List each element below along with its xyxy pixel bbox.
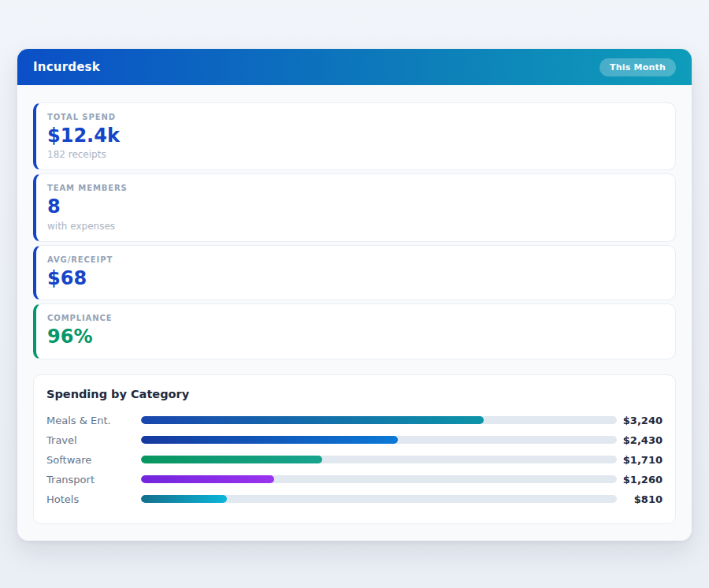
bar-fill-meals — [141, 416, 484, 424]
category-label: Software — [46, 454, 141, 466]
stat-card-compliance: COMPLIANCE 96% — [33, 303, 676, 359]
stat-value: $68 — [47, 268, 663, 288]
bar-track — [141, 456, 617, 463]
category-value: $2,430 — [617, 434, 663, 446]
bar-fill-hotels — [141, 495, 227, 503]
stat-label: AVG/RECEIPT — [47, 255, 663, 264]
spending-row-meals: Meals & Ent. $3,240 — [46, 411, 663, 430]
stat-label: COMPLIANCE — [47, 314, 663, 322]
spending-row-software: Software $1,710 — [46, 450, 663, 470]
stat-value: $12.4k — [47, 125, 663, 146]
stat-subtitle: 182 receipts — [47, 149, 663, 160]
stat-card-avg-receipt: AVG/RECEIPT $68 — [33, 245, 676, 300]
stat-card-total-spend: TOTAL SPEND $12.4k 182 receipts — [33, 102, 676, 170]
category-label: Hotels — [46, 493, 141, 505]
spending-by-category-card: Spending by Category Meals & Ent. $3,240… — [33, 374, 676, 524]
spending-row-hotels: Hotels $810 — [46, 489, 663, 509]
bar-track — [141, 436, 617, 444]
bar-track — [141, 495, 617, 503]
category-value: $1,710 — [617, 454, 663, 466]
spending-row-transport: Transport $1,260 — [46, 470, 663, 489]
category-value: $810 — [617, 493, 663, 505]
bar-fill-transport — [141, 475, 274, 483]
stat-subtitle: with expenses — [47, 221, 663, 232]
dashboard-content: TOTAL SPEND $12.4k 182 receipts TEAM MEM… — [17, 85, 692, 524]
category-label: Transport — [46, 474, 141, 486]
period-badge[interactable]: This Month — [599, 58, 676, 76]
category-label: Meals & Ent. — [46, 415, 141, 426]
dashboard-panel: Incurdesk This Month TOTAL SPEND $12.4k … — [17, 49, 692, 541]
app-title: Incurdesk — [33, 60, 100, 74]
bar-fill-travel — [141, 436, 398, 444]
category-label: Travel — [46, 434, 141, 446]
app-header: Incurdesk This Month — [17, 49, 692, 85]
stat-label: TOTAL SPEND — [47, 113, 663, 121]
bar-fill-software — [141, 456, 322, 463]
bar-track — [141, 416, 617, 424]
spending-row-travel: Travel $2,430 — [46, 430, 663, 450]
bar-track — [141, 475, 617, 483]
category-value: $1,260 — [617, 474, 663, 486]
stat-card-team-members: TEAM MEMBERS 8 with expenses — [33, 173, 676, 241]
stat-value: 96% — [47, 326, 663, 347]
stat-value: 8 — [47, 196, 663, 217]
stat-label: TEAM MEMBERS — [47, 184, 663, 192]
category-value: $3,240 — [617, 415, 663, 426]
spending-card-title: Spending by Category — [46, 388, 663, 400]
